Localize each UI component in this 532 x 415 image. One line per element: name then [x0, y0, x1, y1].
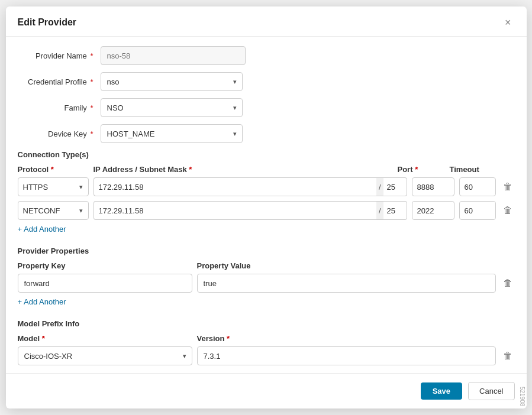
connection-types-section-title: Connection Type(s): [18, 150, 515, 159]
provider-properties-section: Provider Properties Property Key Propert…: [18, 247, 515, 293]
device-key-label: Device Key *: [18, 129, 101, 138]
protocol-select-1[interactable]: HTTPS NETCONF SSH HTTP: [18, 177, 89, 196]
delete-connection-button-2[interactable]: 🗑: [501, 203, 515, 218]
dialog-header: Edit Provider ×: [6, 7, 527, 37]
connection-row: HTTPS NETCONF SSH HTTP ▾ / 🗑: [18, 201, 515, 220]
property-key-input-1[interactable]: [18, 274, 192, 293]
connection-table: Protocol * IP Address / Subnet Mask * Po…: [18, 165, 515, 220]
protocol-col-header: Protocol *: [18, 165, 89, 174]
delete-connection-button-1[interactable]: 🗑: [501, 180, 515, 194]
timeout-input-1[interactable]: [459, 177, 496, 196]
model-row: Cisco-IOS-XR Cisco-IOS-XE Cisco-NX-OS ▾ …: [18, 346, 515, 365]
family-label: Family *: [18, 103, 101, 112]
dialog-title: Edit Provider: [18, 17, 77, 28]
prop-val-col-header: Property Value: [197, 261, 491, 270]
port-col-header: Port *: [398, 165, 445, 174]
model-select-wrapper: Cisco-IOS-XR Cisco-IOS-XE Cisco-NX-OS ▾: [18, 346, 192, 365]
model-prefix-title: Model Prefix Info: [18, 319, 515, 328]
port-input-2[interactable]: [412, 201, 454, 220]
provider-name-label: Provider Name *: [18, 51, 101, 60]
prop-key-col-header: Property Key: [18, 261, 192, 270]
device-key-row: Device Key * HOST_NAME ▾: [18, 124, 515, 143]
model-select[interactable]: Cisco-IOS-XR Cisco-IOS-XE Cisco-NX-OS: [18, 346, 192, 365]
save-button[interactable]: Save: [421, 382, 462, 400]
property-row: 🗑: [18, 274, 515, 293]
edit-provider-dialog: Edit Provider × Provider Name * Credenti…: [6, 7, 527, 408]
connection-row: HTTPS NETCONF SSH HTTP ▾ / 🗑: [18, 177, 515, 196]
subnet-input-2[interactable]: [383, 201, 407, 220]
model-col-header: Model *: [18, 334, 192, 343]
family-select[interactable]: NSO: [101, 98, 243, 117]
device-key-select-wrapper: HOST_NAME ▾: [101, 124, 243, 143]
dialog-body: Provider Name * Credential Profile * nso…: [6, 37, 527, 373]
ip-subnet-group-1: /: [93, 177, 407, 196]
provider-name-row: Provider Name *: [18, 46, 515, 65]
property-value-input-1[interactable]: [197, 274, 496, 293]
version-col-header: Version *: [197, 334, 491, 343]
model-prefix-section: Model Prefix Info Model * Version * Cisc…: [18, 319, 515, 365]
dialog-footer: Save Cancel 521908: [6, 373, 527, 408]
slash-divider-2: /: [376, 201, 383, 220]
family-select-wrapper: NSO ▾: [101, 98, 243, 117]
ip-subnet-group-2: /: [93, 201, 407, 220]
delete-model-button[interactable]: 🗑: [501, 349, 515, 363]
cancel-button[interactable]: Cancel: [468, 382, 514, 400]
port-input-1[interactable]: [412, 177, 454, 196]
ip-input-2[interactable]: [93, 201, 376, 220]
ip-col-header: IP Address / Subnet Mask *: [93, 165, 393, 174]
provider-properties-title: Provider Properties: [18, 247, 515, 255]
protocol-select-wrapper-2: HTTPS NETCONF SSH HTTP ▾: [18, 201, 89, 220]
add-another-connection-button[interactable]: + Add Another: [18, 225, 66, 234]
credential-profile-label: Credential Profile *: [18, 77, 101, 86]
watermark: 521908: [518, 384, 527, 408]
provider-name-input[interactable]: [101, 46, 246, 65]
timeout-col-header: Timeout: [450, 165, 491, 174]
family-row: Family * NSO ▾: [18, 98, 515, 117]
add-another-property-button[interactable]: + Add Another: [18, 297, 66, 306]
subnet-input-1[interactable]: [383, 177, 407, 196]
ip-input-1[interactable]: [93, 177, 376, 196]
protocol-select-wrapper-1: HTTPS NETCONF SSH HTTP ▾: [18, 177, 89, 196]
prop-col-headers: Property Key Property Value: [18, 261, 515, 270]
slash-divider-1: /: [376, 177, 383, 196]
device-key-select[interactable]: HOST_NAME: [101, 124, 243, 143]
timeout-input-2[interactable]: [459, 201, 496, 220]
connection-col-headers: Protocol * IP Address / Subnet Mask * Po…: [18, 165, 515, 174]
model-col-headers: Model * Version *: [18, 334, 515, 343]
credential-profile-row: Credential Profile * nso ▾: [18, 72, 515, 91]
close-button[interactable]: ×: [501, 16, 515, 29]
credential-profile-select-wrapper: nso ▾: [101, 72, 243, 91]
delete-property-button-1[interactable]: 🗑: [501, 276, 515, 290]
credential-profile-select[interactable]: nso: [101, 72, 243, 91]
version-input[interactable]: [197, 346, 496, 365]
protocol-select-2[interactable]: HTTPS NETCONF SSH HTTP: [18, 201, 89, 220]
